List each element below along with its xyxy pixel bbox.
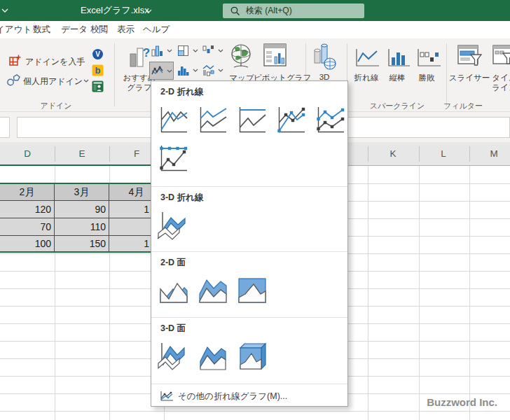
addins-group-label: アドイン <box>28 101 84 111</box>
tab-review[interactable]: 校閲 <box>90 21 108 38</box>
menu-divider <box>151 251 347 252</box>
menu-divider <box>151 384 347 384</box>
cell-e-value[interactable]: 110 <box>55 218 109 236</box>
timeline-icon <box>492 43 510 69</box>
header-separator <box>55 146 55 162</box>
recommended-charts-icon: ? <box>129 46 150 69</box>
insert-combo-chart-button[interactable] <box>200 62 225 80</box>
column-header-f[interactable]: F <box>123 142 151 165</box>
header-separator <box>469 146 470 162</box>
more-line-charts-item[interactable]: その他の折れ線グラフ(M)... <box>151 386 347 406</box>
insert-statistic-chart-button[interactable] <box>175 62 200 80</box>
personal-addins-button[interactable]: 個人用アドイン <box>23 76 83 88</box>
menu-item-stacked-area[interactable] <box>195 274 228 307</box>
line-chart-icon <box>151 65 164 76</box>
column-header-l[interactable]: L <box>429 142 457 165</box>
stacked-line-with-markers-icon <box>313 104 345 136</box>
data-visualizer-addin-icon[interactable]: V <box>92 48 104 60</box>
menu-item-100-stacked-3d-area[interactable] <box>235 340 267 372</box>
line-chart-dropdown-menu: 2-D 折れ線 <box>151 80 348 407</box>
tab-view[interactable]: 表示 <box>117 21 135 38</box>
insert-column-chart-button[interactable] <box>149 42 174 60</box>
chevron-down-icon <box>218 49 223 53</box>
document-title: Excelグラフ.xlsx <box>81 0 149 21</box>
3d-area-icon <box>156 340 188 372</box>
cell-d-value[interactable]: 70 <box>0 218 55 236</box>
more-line-charts-icon <box>160 391 174 402</box>
get-addins-icon <box>8 54 22 66</box>
stacked-area-icon <box>195 274 228 307</box>
column-header-d[interactable]: D <box>13 142 41 165</box>
line-sparkline-icon <box>354 48 380 69</box>
sparklines-group-label: スパークライン <box>362 101 432 111</box>
winloss-sparkline-button[interactable]: 勝敗 <box>414 73 439 83</box>
search-icon <box>230 6 240 16</box>
line-sparkline-button[interactable]: 折れ線 <box>352 73 380 83</box>
chevron-down-icon <box>83 79 89 83</box>
search-box[interactable]: 検索 (Alt+Q) <box>223 4 364 18</box>
chevron-down-icon <box>167 49 172 53</box>
menu-item-3d-area[interactable] <box>156 340 188 372</box>
menu-section-title-2d-line: 2-D 折れ線 <box>160 86 203 98</box>
cell-e-month[interactable]: 3月 <box>55 183 109 201</box>
menu-row-3d-line <box>156 209 188 241</box>
excel-window: Excelグラフ.xlsx 検索 (Alt+Q) イアウト 数式 データ 校閲 … <box>0 0 510 420</box>
100-stacked-area-icon <box>235 274 267 307</box>
column-chart-icon <box>151 46 164 57</box>
selected-columns-underline <box>0 164 164 166</box>
menu-item-stacked-line-with-markers[interactable] <box>313 104 345 136</box>
menu-item-line[interactable] <box>156 104 188 136</box>
get-addins-button[interactable]: アドインを入手 <box>25 56 85 68</box>
treemap-chart-icon <box>177 45 190 57</box>
100-stacked-line-icon <box>235 104 267 136</box>
name-box[interactable] <box>0 117 10 138</box>
svg-text:V: V <box>95 50 100 58</box>
map-chart-icon <box>229 43 254 71</box>
people-graph-addin-icon[interactable] <box>92 80 104 92</box>
menu-item-stacked-line[interactable] <box>195 104 228 136</box>
stacked-3d-area-icon <box>195 340 228 372</box>
bing-maps-addin-icon[interactable]: b <box>92 64 104 76</box>
column-header-m[interactable]: M <box>480 142 508 165</box>
title-caret-icon[interactable] <box>146 9 152 13</box>
menu-item-100-stacked-line[interactable] <box>235 104 267 136</box>
tab-layout[interactable]: イアウト <box>0 21 32 38</box>
svg-text:b: b <box>95 65 101 76</box>
chevron-down-icon <box>167 69 172 74</box>
winloss-sparkline-icon <box>415 48 442 69</box>
column-header-k[interactable]: K <box>379 142 407 165</box>
timeline-button-line2: ライン <box>490 83 510 93</box>
menu-section-title-3d-line: 3-D 折れ線 <box>160 192 203 204</box>
insert-line-chart-button[interactable] <box>149 62 174 80</box>
gridline-vertical <box>419 166 420 420</box>
timeline-button[interactable]: タイム <box>490 73 510 83</box>
tab-data[interactable]: データ <box>61 21 88 38</box>
header-separator <box>419 146 420 162</box>
slicer-icon <box>457 43 483 69</box>
cell-d-value[interactable]: 100 <box>0 236 55 252</box>
menu-item-area[interactable] <box>156 274 188 307</box>
combo-chart-icon <box>202 64 215 76</box>
column-sparkline-button[interactable]: 縦棒 <box>385 73 410 83</box>
menu-item-stacked-3d-area[interactable] <box>195 340 228 372</box>
menu-item-line-with-markers[interactable] <box>274 104 306 136</box>
100-stacked-3d-area-icon <box>235 340 267 372</box>
cell-d-value[interactable]: 120 <box>0 201 55 218</box>
tab-formulas[interactable]: 数式 <box>33 21 50 38</box>
slicer-button[interactable]: スライサー <box>448 73 490 83</box>
cell-d-month[interactable]: 2月 <box>0 183 55 201</box>
cell-e-value[interactable]: 90 <box>55 201 109 218</box>
column-sparkline-icon <box>386 48 411 69</box>
gridline-vertical <box>368 166 368 420</box>
quick-access-caret-icon[interactable] <box>1 8 8 13</box>
tab-help[interactable]: ヘルプ <box>143 21 170 38</box>
insert-hierarchy-chart-button[interactable] <box>175 42 200 60</box>
menu-item-100-stacked-area[interactable] <box>235 274 267 307</box>
menu-row-2d-line-2 <box>156 143 188 175</box>
column-header-e[interactable]: E <box>68 142 96 165</box>
cell-e-value[interactable]: 150 <box>55 236 109 252</box>
menu-item-100-stacked-line-with-markers[interactable] <box>156 143 188 175</box>
menu-item-3d-line[interactable] <box>156 209 188 241</box>
group-divider <box>114 43 115 106</box>
insert-waterfall-chart-button[interactable] <box>200 42 225 60</box>
